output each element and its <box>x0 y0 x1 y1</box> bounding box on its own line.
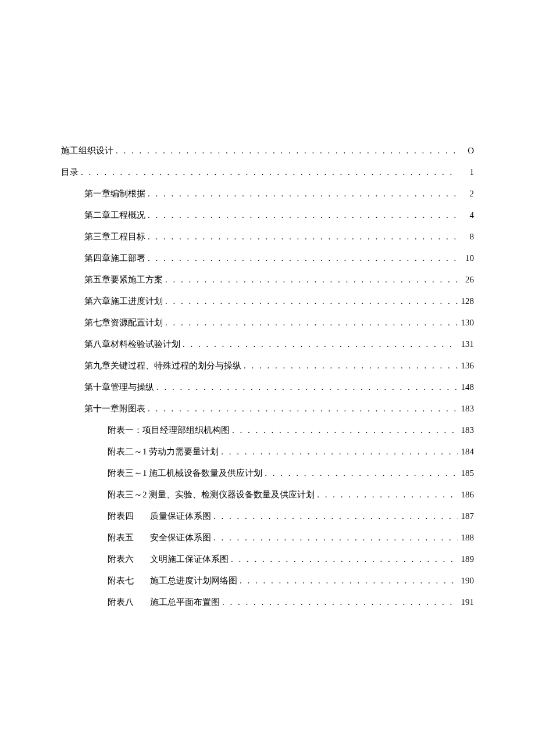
toc-entry-label: 附表一：项目经理部组织机构图 <box>108 425 230 436</box>
toc-entry: 第四章施工部署10 <box>61 253 474 264</box>
toc-entry: 目录1 <box>61 167 474 178</box>
toc-entry-page: O <box>458 146 474 156</box>
toc-entry-label-secondary: 施工总进度计划网络图 <box>150 575 237 586</box>
toc-entry-page: 1 <box>458 167 474 177</box>
toc-entry-page: 183 <box>458 404 474 414</box>
toc-leader-dots <box>163 318 458 328</box>
toc-entry: 附表四质量保证体系图187 <box>61 511 474 522</box>
toc-entry: 第五章要紧施工方案26 <box>61 274 474 285</box>
toc-entry-page: 4 <box>458 210 474 220</box>
toc-leader-dots <box>79 167 458 177</box>
toc-leader-dots <box>180 339 458 349</box>
toc-entry: 第十章管理与操纵148 <box>61 382 474 393</box>
toc-entry: 附表三～1 施工机械设备数量及供应计划185 <box>61 468 474 479</box>
toc-leader-dots <box>145 404 458 414</box>
toc-entry: 第九章关键过程、特殊过程的划分与操纵136 <box>61 360 474 371</box>
toc-entry: 附表三～2 测量、实验、检测仪器设备数量及供应计划186 <box>61 489 474 500</box>
toc-entry-label: 第十章管理与操纵 <box>84 382 154 393</box>
toc-leader-dots <box>315 490 458 500</box>
toc-leader-dots <box>145 210 458 220</box>
toc-leader-dots <box>163 296 458 306</box>
toc-entry-label: 第一章编制根据 <box>84 188 145 199</box>
toc-entry: 附表六文明施工保证体系图189 <box>61 554 474 565</box>
toc-entry-page: 136 <box>458 361 474 371</box>
toc-entry: 第八章材料检验试验计划131 <box>61 339 474 350</box>
toc-entry-page: 26 <box>458 275 474 285</box>
toc-entry-label: 附表七 <box>108 575 134 586</box>
toc-leader-dots <box>145 253 458 263</box>
toc-entry-page: 188 <box>458 533 474 543</box>
toc-entry-label: 附表二～1 劳动力需要量计划 <box>108 446 219 457</box>
toc-entry-label: 附表五 <box>108 532 134 543</box>
toc-entry-page: 187 <box>458 511 474 521</box>
toc-entry-label: 目录 <box>61 167 79 178</box>
toc-leader-dots <box>229 554 458 564</box>
toc-entry: 第三章工程目标8 <box>61 231 474 242</box>
toc-entry-page: 130 <box>458 318 474 328</box>
toc-entry-label: 第五章要紧施工方案 <box>84 274 163 285</box>
toc-entry-page: 131 <box>458 339 474 349</box>
toc-leader-dots <box>262 468 458 478</box>
toc-leader-dots <box>230 425 458 435</box>
toc-entry-page: 128 <box>458 296 474 306</box>
toc-leader-dots <box>220 597 458 607</box>
toc-entry-label-secondary: 安全保证体系图 <box>150 532 211 543</box>
toc-entry-label: 附表六 <box>108 554 134 565</box>
toc-entry-label: 第六章施工进度计划 <box>84 296 163 307</box>
toc-entry-label: 第九章关键过程、特殊过程的划分与操纵 <box>84 360 241 371</box>
toc-entry-label-secondary: 施工总平面布置图 <box>150 597 220 608</box>
toc-leader-dots <box>145 189 458 199</box>
toc-entry: 施工组织设计O <box>61 145 474 156</box>
toc-entry: 附表二～1 劳动力需要量计划184 <box>61 446 474 457</box>
toc-entry-label-secondary: 质量保证体系图 <box>150 511 211 522</box>
toc-leader-dots <box>154 382 458 392</box>
toc-entry-label: 第十一章附图表 <box>84 403 145 414</box>
toc-entry-page: 183 <box>458 425 474 435</box>
toc-leader-dots <box>145 232 458 242</box>
toc-leader-dots <box>241 361 458 371</box>
toc-entry: 第二章工程概况4 <box>61 210 474 221</box>
table-of-contents: 施工组织设计O目录1第一章编制根据2第二章工程概况4第三章工程目标8第四章施工部… <box>61 145 474 608</box>
toc-entry-label: 第三章工程目标 <box>84 231 145 242</box>
toc-entry-page: 8 <box>458 232 474 242</box>
toc-entry: 附表一：项目经理部组织机构图183 <box>61 425 474 436</box>
toc-leader-dots <box>163 275 458 285</box>
toc-entry-page: 191 <box>458 597 474 607</box>
toc-entry: 第六章施工进度计划128 <box>61 296 474 307</box>
toc-entry: 第七章资源配置计划130 <box>61 317 474 328</box>
toc-entry-label-secondary: 文明施工保证体系图 <box>150 554 229 565</box>
toc-entry-label: 第八章材料检验试验计划 <box>84 339 180 350</box>
toc-entry: 附表七施工总进度计划网络图190 <box>61 575 474 586</box>
toc-entry-label: 附表八 <box>108 597 134 608</box>
toc-entry: 附表八施工总平面布置图191 <box>61 597 474 608</box>
toc-entry: 附表五安全保证体系图188 <box>61 532 474 543</box>
toc-entry-label: 第二章工程概况 <box>84 210 145 221</box>
toc-entry-page: 10 <box>458 253 474 263</box>
toc-leader-dots <box>211 511 458 521</box>
toc-entry-label: 附表三～1 施工机械设备数量及供应计划 <box>108 468 262 479</box>
toc-entry-page: 185 <box>458 468 474 478</box>
toc-entry-label: 附表四 <box>108 511 134 522</box>
toc-leader-dots <box>237 576 458 586</box>
toc-entry-label: 施工组织设计 <box>61 145 113 156</box>
toc-entry-page: 189 <box>458 554 474 564</box>
toc-entry-label: 附表三～2 测量、实验、检测仪器设备数量及供应计划 <box>108 489 315 500</box>
toc-entry: 第一章编制根据2 <box>61 188 474 199</box>
toc-entry-page: 186 <box>458 490 474 500</box>
toc-leader-dots <box>113 146 458 156</box>
toc-entry-page: 190 <box>458 576 474 586</box>
toc-entry-page: 148 <box>458 382 474 392</box>
toc-entry-label: 第七章资源配置计划 <box>84 317 163 328</box>
toc-leader-dots <box>219 447 458 457</box>
toc-entry: 第十一章附图表183 <box>61 403 474 414</box>
toc-entry-label: 第四章施工部署 <box>84 253 145 264</box>
toc-entry-page: 2 <box>458 189 474 199</box>
toc-leader-dots <box>211 533 458 543</box>
toc-entry-page: 184 <box>458 447 474 457</box>
